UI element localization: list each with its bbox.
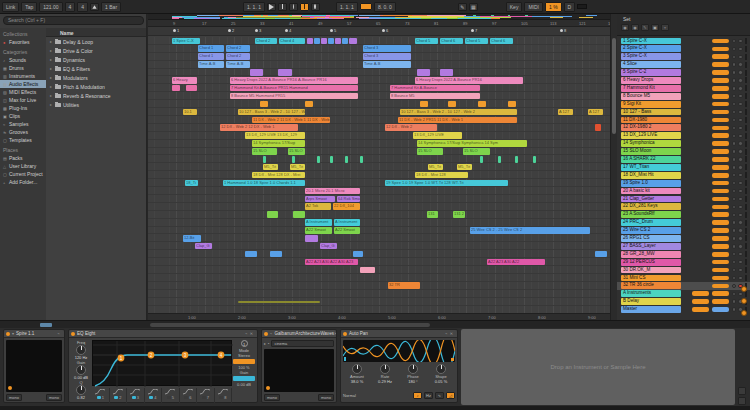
solo-button[interactable] (732, 39, 736, 43)
arrangement-clip[interactable] (515, 156, 518, 163)
track-row[interactable]: 15 SLO Moon (617, 148, 750, 156)
arrangement-clip[interactable]: Chord 2 (255, 38, 277, 45)
arrangement-clip[interactable]: Time A-B (226, 61, 250, 68)
plugin-panel-dot[interactable] (8, 386, 12, 390)
arrangement-clip[interactable]: Chord 1 (198, 53, 224, 60)
arm-record-button[interactable] (738, 197, 742, 201)
folder-row-drive-color[interactable]: ▸Drive & Color (46, 46, 146, 55)
track-row[interactable]: 6 Heavy Drops (617, 77, 750, 85)
browser-horizontal-scrollbar[interactable] (40, 323, 52, 327)
eq-band-8[interactable]: 8 (215, 388, 233, 403)
eq-band-6[interactable]: 6 (180, 388, 198, 403)
arrangement-clip[interactable] (360, 267, 375, 274)
expand-icon[interactable]: ＋ (661, 24, 669, 31)
arrangement-clip[interactable] (478, 101, 486, 108)
solo-button[interactable] (732, 110, 736, 114)
arm-record-button[interactable] (738, 70, 742, 74)
locator-marker[interactable]: 5 (330, 28, 336, 33)
device-activator[interactable] (71, 332, 75, 336)
sidebar-item-audio-effects[interactable]: ▧Audio Effects (0, 80, 46, 88)
eq-knob[interactable] (76, 365, 86, 375)
track-activator-button[interactable] (712, 173, 729, 178)
automation-arm-button[interactable] (300, 3, 309, 11)
autopan-option-button[interactable]: ♪ (413, 392, 422, 399)
track-activator-button[interactable] (692, 291, 709, 296)
track-activator-button[interactable] (712, 165, 729, 170)
autopan-knob[interactable] (352, 364, 362, 374)
arrangement-clip[interactable]: Chord 3 (363, 45, 411, 52)
arrangement-clip[interactable]: 11 DX - Web 2 PR15 11 DX - Web 1 (398, 117, 517, 124)
eq-knob[interactable] (76, 385, 86, 395)
arrangement-clip[interactable]: 7 Hammond Kit A-Bounce (390, 85, 480, 92)
track-name-chip[interactable]: 17 WT_Titan (621, 164, 681, 171)
record-button[interactable] (289, 3, 298, 11)
stop-button[interactable] (278, 3, 287, 11)
track-activator-button[interactable] (712, 133, 729, 138)
track-name-chip[interactable]: 16 A SHARK 22 (621, 156, 681, 163)
arrangement-clip[interactable]: Chord 6 (440, 38, 463, 45)
track-name-chip[interactable]: 15 SLO Moon (621, 148, 681, 155)
arrangement-clip[interactable] (345, 156, 348, 163)
solo-button[interactable] (732, 260, 736, 264)
arm-record-button[interactable] (738, 228, 742, 232)
arrangement-clip[interactable]: A22 A23 A30 A22 (487, 259, 545, 266)
arrangement-clip[interactable]: 14 Symphonica 17/Sugi Symphonica 14 Sym (417, 140, 527, 147)
track-activator-button[interactable] (712, 94, 729, 99)
arrangement-clip[interactable]: 8 Bounce M5 (390, 93, 480, 100)
solo-button[interactable] (732, 299, 736, 303)
master-pan-pill[interactable] (712, 307, 729, 312)
device-activator[interactable] (343, 332, 347, 336)
track-name-chip[interactable]: 1 Spire C-X (621, 38, 681, 45)
track-row[interactable]: 26 RPG1 CS (617, 235, 750, 243)
arm-record-button[interactable] (738, 165, 742, 169)
eq-band-toggle[interactable] (114, 396, 118, 399)
arrangement-clip[interactable] (342, 38, 348, 45)
folder-row-pitch-modulation[interactable]: ▸Pitch & Modulation (46, 82, 146, 91)
play-button[interactable] (267, 3, 276, 11)
arrangement-clip[interactable]: 15 SLO (417, 148, 443, 155)
autopan-mode-label[interactable]: Normal (343, 393, 356, 398)
arrangement-clip[interactable] (260, 101, 268, 108)
close-icon[interactable]: ✕ (334, 331, 336, 336)
track-row[interactable]: 8 Bounce M5 (617, 92, 750, 100)
track-row[interactable]: 23 A SoundsRff (617, 211, 750, 219)
track-name-chip[interactable]: 5 Spire C-2 (621, 69, 681, 76)
arrangement-clip[interactable]: A 127 (588, 109, 603, 116)
track-activator-button[interactable] (692, 299, 709, 304)
tap-tempo-button[interactable]: Tap (21, 2, 37, 12)
arrangement-clip[interactable]: M5_Tit (428, 164, 443, 171)
arrangement-clip[interactable]: Chord 5 (465, 38, 488, 45)
track-name-chip[interactable]: Master (621, 306, 681, 313)
link-toggle[interactable]: Link (2, 2, 19, 12)
track-activator-button[interactable] (712, 62, 729, 67)
time-signature-numerator[interactable]: 4 (65, 2, 76, 12)
eq-band-1[interactable]: 1 (92, 388, 110, 403)
track-name-chip[interactable]: 31 Mini CS (621, 275, 681, 282)
arrangement-clip[interactable]: 6 Heavy Drops 2022 A-Bounce PR16 A-Bounc… (230, 77, 358, 84)
arrangement-clip[interactable] (349, 38, 357, 45)
arrangement-clip[interactable] (448, 101, 456, 108)
track-activator-button[interactable] (712, 197, 729, 202)
track-row[interactable]: 18 DX_Mist Hit (617, 171, 750, 179)
track-name-chip[interactable]: B Delay (621, 298, 681, 305)
arrangement-clip[interactable] (508, 101, 516, 108)
arrangement-clip[interactable]: 12 DX - Web 2 (385, 124, 437, 131)
track-name-chip[interactable]: 30 DR.OK_M (621, 267, 681, 274)
solo-button[interactable] (732, 189, 736, 193)
track-activator-button[interactable] (712, 252, 729, 257)
autopan-lfo-display[interactable] (343, 340, 455, 362)
track-activator-button[interactable] (712, 212, 729, 217)
arrangement-clip[interactable] (245, 251, 257, 258)
device-title-bar[interactable]: Auto Pan ⌁ ✕ (341, 330, 457, 338)
input-channel-select[interactable]: mono (264, 394, 280, 401)
track-activator-button[interactable] (712, 268, 729, 273)
arrangement-clip[interactable]: A Instrument (334, 219, 360, 226)
solo-button[interactable] (732, 307, 736, 311)
track-row[interactable]: 31 Mini CS (617, 274, 750, 282)
solo-button[interactable] (732, 157, 736, 161)
eq-scale-slider[interactable] (233, 359, 255, 364)
locator-marker[interactable]: 4 (285, 28, 291, 33)
arm-record-button[interactable] (738, 181, 742, 185)
arm-record-button[interactable] (738, 205, 742, 209)
arrangement-clip[interactable] (480, 156, 483, 163)
